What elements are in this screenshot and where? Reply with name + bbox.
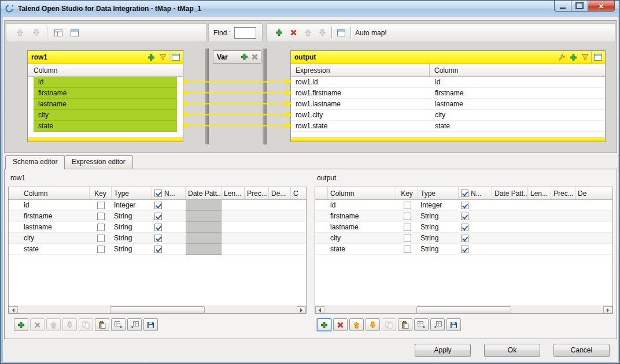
grid-view-icon[interactable] [53,28,64,38]
input-cell[interactable]: state [34,121,177,132]
header-nullable[interactable]: N... [152,187,186,199]
cell-type[interactable]: String [112,233,152,244]
window-view-icon[interactable] [69,28,80,38]
header-type[interactable]: Type [418,187,459,199]
schema-row[interactable]: id Integer [9,200,306,211]
key-checkbox[interactable] [97,202,105,209]
expression-cell[interactable]: row1.firstname [291,88,430,98]
nullable-checkbox[interactable] [154,224,162,231]
nullable-checkbox[interactable] [461,235,468,242]
nullable-checkbox[interactable] [154,202,162,209]
schema-row[interactable]: city String [315,233,612,244]
wrench-icon[interactable] [556,52,567,62]
nullable-checkbox[interactable] [461,202,468,209]
nullable-all-checkbox[interactable] [154,190,162,197]
input-row[interactable]: id [28,77,183,88]
filter-icon[interactable] [157,52,168,62]
horizontal-scrollbar[interactable] [315,306,612,314]
save-schema-button[interactable] [446,318,461,331]
header-default[interactable]: De [575,187,612,199]
move-output-up-icon[interactable] [302,28,313,38]
cell-type[interactable]: String [418,211,459,222]
sash-left[interactable] [205,49,209,144]
cell-column[interactable]: state [21,244,90,255]
schema-row[interactable]: city String [9,233,306,244]
move-column-down-button[interactable] [62,318,77,331]
cell-date-pattern[interactable] [492,200,528,211]
scroll-left-button[interactable] [315,306,324,314]
column-cell[interactable]: lastname [430,99,605,109]
column-cell[interactable]: city [430,110,605,120]
import-schema-button[interactable] [430,318,445,331]
find-input[interactable] [234,27,256,39]
input-table-header[interactable]: row1 [28,51,183,64]
key-checkbox[interactable] [97,213,105,220]
scrollbar-track[interactable] [18,306,297,314]
input-cell[interactable]: city [34,110,177,121]
detach-window-icon[interactable] [593,52,603,62]
cell-date-pattern[interactable] [492,233,528,244]
input-row[interactable]: city [28,110,183,121]
cell-column[interactable]: lastname [328,222,396,233]
cell-column[interactable]: id [21,200,90,211]
apply-button[interactable]: Apply [415,344,471,357]
move-down-icon[interactable] [31,28,41,38]
schema-row[interactable]: firstname String [315,211,612,222]
add-column-button[interactable] [14,318,28,331]
minimize-button[interactable] [554,1,571,12]
header-precision[interactable]: Prec... [245,187,269,199]
header-nullable[interactable]: N... [459,187,492,199]
nullable-checkbox[interactable] [154,235,162,242]
scrollbar-thumb[interactable] [110,306,205,314]
move-column-down-button[interactable] [366,318,380,331]
horizontal-scrollbar[interactable] [9,306,306,314]
header-length[interactable]: Len... [222,187,245,199]
ok-button[interactable]: Ok [484,344,540,357]
schema-row[interactable]: state String [315,244,612,255]
add-var-icon[interactable] [239,52,249,62]
filter-icon[interactable] [580,52,590,62]
maximize-button[interactable] [571,1,588,12]
cell-type[interactable]: String [418,233,459,244]
key-checkbox[interactable] [97,235,105,242]
output-row[interactable]: row1.citycity [291,110,605,121]
output-row[interactable]: row1.idid [291,77,605,88]
export-schema-button[interactable] [414,318,429,331]
cell-column[interactable]: city [328,233,396,244]
key-checkbox[interactable] [97,224,105,231]
cell-type[interactable]: String [112,211,152,222]
cell-column[interactable]: id [328,200,396,211]
header-key[interactable]: Key [396,187,418,199]
header-precision[interactable]: Prec... [551,187,575,199]
schema-row[interactable]: lastname String [315,222,612,233]
schema-row[interactable]: lastname String [9,222,306,233]
cell-date-pattern[interactable] [492,244,528,255]
paste-button[interactable] [95,318,109,331]
cell-type[interactable]: Integer [418,200,459,211]
nullable-checkbox[interactable] [154,246,162,253]
save-schema-button[interactable] [143,318,158,331]
nullable-checkbox[interactable] [154,213,162,220]
output-row[interactable]: row1.firstnamefirstname [291,88,605,99]
scrollbar-thumb[interactable] [416,306,511,314]
input-row[interactable]: firstname [28,88,183,99]
cell-date-pattern[interactable] [492,222,528,233]
header-date-pattern[interactable]: Date Patt... [492,187,528,199]
input-cell[interactable]: firstname [34,88,177,99]
input-row[interactable]: state [28,121,183,132]
cell-type[interactable]: Integer [112,200,152,211]
key-checkbox[interactable] [404,246,411,253]
titlebar[interactable]: Talend Open Studio for Data Integration … [1,1,619,17]
expression-cell[interactable]: row1.city [291,110,430,120]
close-button[interactable] [588,1,615,12]
add-filter-icon[interactable] [146,52,156,62]
export-schema-button[interactable] [111,318,126,331]
cell-column[interactable]: lastname [21,222,90,233]
remove-column-button[interactable] [333,318,348,331]
cell-type[interactable]: String [112,244,152,255]
copy-button[interactable] [382,318,396,331]
remove-var-icon[interactable] [249,52,260,62]
scroll-right-button[interactable] [603,306,612,314]
output-row[interactable]: row1.statestate [291,121,605,132]
remove-output-icon[interactable] [288,28,298,38]
